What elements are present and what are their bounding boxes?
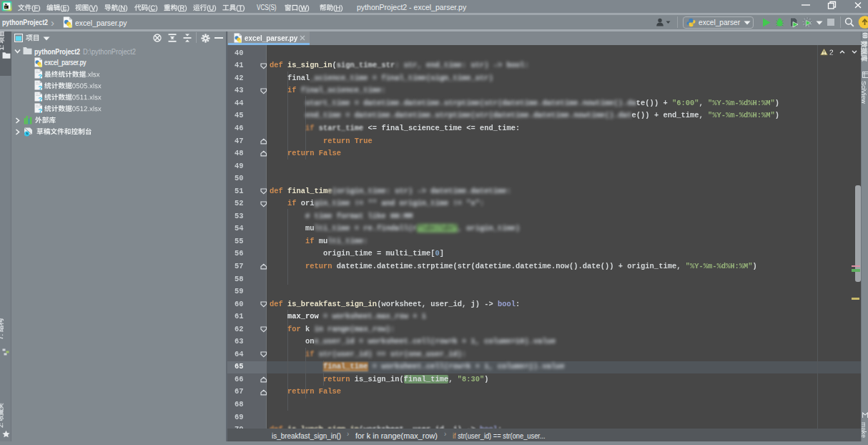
svg-text:?: ?	[38, 107, 42, 113]
svg-text:?: ?	[38, 72, 42, 79]
svg-text:?: ?	[38, 84, 42, 90]
svg-text:?: ?	[38, 95, 42, 102]
